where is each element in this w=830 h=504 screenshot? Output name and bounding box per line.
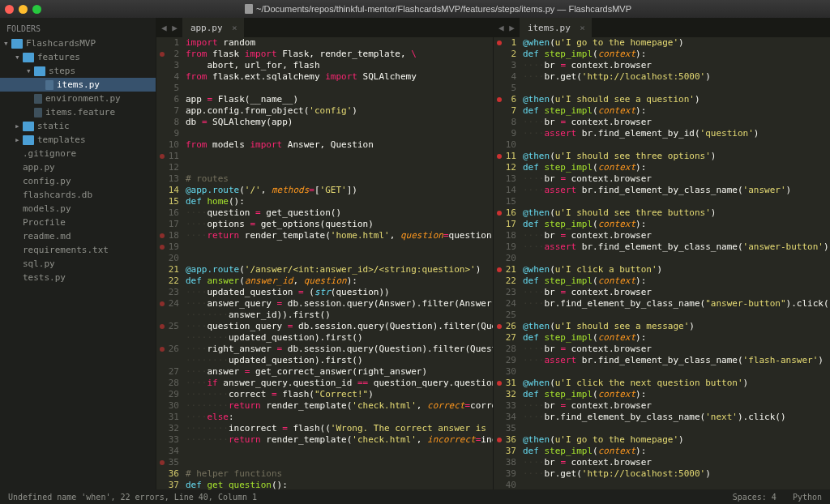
code-line[interactable]: 37def step_impl(context):: [502, 446, 830, 457]
tree-item-sql-py[interactable]: sql.py: [0, 257, 156, 271]
code-line[interactable]: 39····br.get('http://localhost:5000'): [502, 468, 830, 480]
tree-item-models-py[interactable]: models.py: [0, 202, 156, 216]
tree-item-static[interactable]: ▸static: [0, 119, 156, 133]
code-line[interactable]: 6@then(u'I should see a question'): [502, 94, 830, 105]
code-line[interactable]: 11: [165, 151, 493, 162]
tree-item-requirements-txt[interactable]: requirements.txt: [0, 243, 156, 257]
code-line[interactable]: 25: [502, 310, 830, 321]
code-line[interactable]: ········updated_question).first(): [165, 355, 493, 366]
code-line[interactable]: 4····br.get('http://localhost:5000'): [502, 71, 830, 83]
tree-item--gitignore[interactable]: .gitignore: [0, 147, 156, 160]
code-line[interactable]: 29········correct = flash("Correct!"): [165, 389, 493, 400]
tree-item-Procfile[interactable]: Procfile: [0, 216, 156, 229]
code-line[interactable]: 5: [502, 83, 830, 94]
code-line[interactable]: ········updated_question).first(): [165, 332, 493, 344]
code-line[interactable]: 18····return render_template('home.html'…: [165, 230, 493, 241]
code-line[interactable]: 34: [165, 446, 493, 457]
code-line[interactable]: 1@when(u'I go to the homepage'): [502, 37, 830, 49]
code-line[interactable]: 38····br = context.browser: [502, 457, 830, 468]
code-line[interactable]: 10from models import Answer, Question: [165, 139, 493, 151]
code-line[interactable]: 12: [165, 162, 493, 173]
code-line[interactable]: 2def step_impl(context):: [502, 49, 830, 60]
tree-item-flashcards-db[interactable]: flashcards.db: [0, 188, 156, 202]
code-line[interactable]: 14@app.route('/', methods=['GET']): [165, 185, 493, 196]
code-line[interactable]: ········answer_id)).first(): [165, 310, 493, 321]
tree-item-environment-py[interactable]: environment.py: [0, 92, 156, 105]
code-line[interactable]: 13# routes: [165, 173, 493, 185]
zoom-icon[interactable]: [32, 5, 41, 14]
code-line[interactable]: 32def step_impl(context):: [502, 389, 830, 400]
code-line[interactable]: 33····br = context.browser: [502, 400, 830, 412]
code-line[interactable]: 27def step_impl(context):: [502, 332, 830, 344]
tree-item-steps[interactable]: ▾steps: [0, 64, 156, 78]
code-line[interactable]: 36@then(u'I go to the homepage'): [502, 434, 830, 446]
tree-item-readme-md[interactable]: readme.md: [0, 229, 156, 243]
code-line[interactable]: 16@then(u'I should see three buttons'): [502, 207, 830, 219]
tree-item-app-py[interactable]: app.py: [0, 160, 156, 174]
code-line[interactable]: 27····answer = get_correct_answer(right_…: [165, 366, 493, 378]
code-line[interactable]: 24····br.find_element_by_class_name("ans…: [502, 298, 830, 310]
sidebar[interactable]: FOLDERS ▾FlashcardsMVP▾features▾stepsite…: [0, 18, 156, 489]
code-line[interactable]: 19····assert br.find_element_by_class_na…: [502, 241, 830, 253]
code-line[interactable]: 9: [165, 128, 493, 139]
code-line[interactable]: 7app.config.from_object('config'): [165, 105, 493, 117]
code-line[interactable]: 3····br = context.browser: [502, 60, 830, 71]
code-line[interactable]: 7def step_impl(context):: [502, 105, 830, 117]
code-line[interactable]: 13····br = context.browser: [502, 173, 830, 185]
code-line[interactable]: 11@then(u'I should see three options'): [502, 151, 830, 162]
code-line[interactable]: 40: [502, 480, 830, 489]
code-line[interactable]: 22def answer(answer_id, question):: [165, 275, 493, 287]
code-line[interactable]: 9····assert br.find_element_by_id('quest…: [502, 128, 830, 139]
code-line[interactable]: 26@then(u'I should see a message'): [502, 321, 830, 332]
code-line[interactable]: 1import random: [165, 37, 493, 49]
code-line[interactable]: 8db = SQLAlchemy(app): [165, 117, 493, 128]
code-line[interactable]: 4from flask.ext.sqlalchemy import SQLAlc…: [165, 71, 493, 83]
code-line[interactable]: 5: [165, 83, 493, 94]
code-line[interactable]: 17def step_impl(context):: [502, 219, 830, 230]
code-line[interactable]: 18····br = context.browser: [502, 230, 830, 241]
code-line[interactable]: 35: [502, 423, 830, 434]
code-line[interactable]: 19: [165, 241, 493, 253]
code-line[interactable]: 15: [502, 196, 830, 207]
tree-item-templates[interactable]: ▸templates: [0, 133, 156, 147]
code-line[interactable]: 35: [165, 457, 493, 468]
tree-item-tests-py[interactable]: tests.py: [0, 271, 156, 284]
left-code[interactable]: 1import random2from flask import Flask, …: [156, 37, 493, 489]
code-line[interactable]: 12def step_impl(context):: [502, 162, 830, 173]
code-line[interactable]: 16····question = get_question(): [165, 207, 493, 219]
code-line[interactable]: 31····else:: [165, 412, 493, 423]
code-line[interactable]: 30: [502, 366, 830, 378]
status-spaces[interactable]: Spaces: 4: [733, 493, 777, 502]
code-line[interactable]: 25····question_query = db.session.query(…: [165, 321, 493, 332]
code-line[interactable]: 30········return render_template('check.…: [165, 400, 493, 412]
code-line[interactable]: 2from flask import Flask, render_templat…: [165, 49, 493, 60]
code-line[interactable]: 31@when(u'I click the next question butt…: [502, 378, 830, 389]
tree-item-items-py[interactable]: items.py: [0, 78, 156, 92]
code-line[interactable]: 33········return render_template('check.…: [165, 434, 493, 446]
code-line[interactable]: 34····br.find_element_by_class_name('nex…: [502, 412, 830, 423]
code-line[interactable]: 17····options = get_options(question): [165, 219, 493, 230]
code-line[interactable]: 22def step_impl(context):: [502, 275, 830, 287]
code-line[interactable]: 6app = Flask(__name__): [165, 94, 493, 105]
code-line[interactable]: 24····answer_query = db.session.query(An…: [165, 298, 493, 310]
code-line[interactable]: 21@when(u'I click a button'): [502, 264, 830, 275]
code-line[interactable]: 28····if answer_query.question_id == que…: [165, 378, 493, 389]
code-line[interactable]: 26····right_answer = db.session.query(Qu…: [165, 344, 493, 355]
code-line[interactable]: 20: [502, 253, 830, 264]
code-line[interactable]: 3 abort, url_for, flash: [165, 60, 493, 71]
tree-item-FlashcardsMVP[interactable]: ▾FlashcardsMVP: [0, 36, 156, 50]
tree-item-items-feature[interactable]: items.feature: [0, 105, 156, 119]
minimize-icon[interactable]: [19, 5, 28, 14]
code-line[interactable]: 20: [165, 253, 493, 264]
code-line[interactable]: 15def home():: [165, 196, 493, 207]
code-line[interactable]: 23····updated_question = (str(question)): [165, 287, 493, 298]
tree-item-features[interactable]: ▾features: [0, 50, 156, 64]
code-line[interactable]: 32········incorrect = flash(('Wrong. The…: [165, 423, 493, 434]
code-line[interactable]: 37def get_question():: [165, 480, 493, 489]
code-line[interactable]: 23····br = context.browser: [502, 287, 830, 298]
status-lang[interactable]: Python: [793, 493, 822, 502]
code-line[interactable]: 10: [502, 139, 830, 151]
code-line[interactable]: 36# helper functions: [165, 468, 493, 480]
code-line[interactable]: 14····assert br.find_element_by_class_na…: [502, 185, 830, 196]
code-line[interactable]: 8····br = context.browser: [502, 117, 830, 128]
